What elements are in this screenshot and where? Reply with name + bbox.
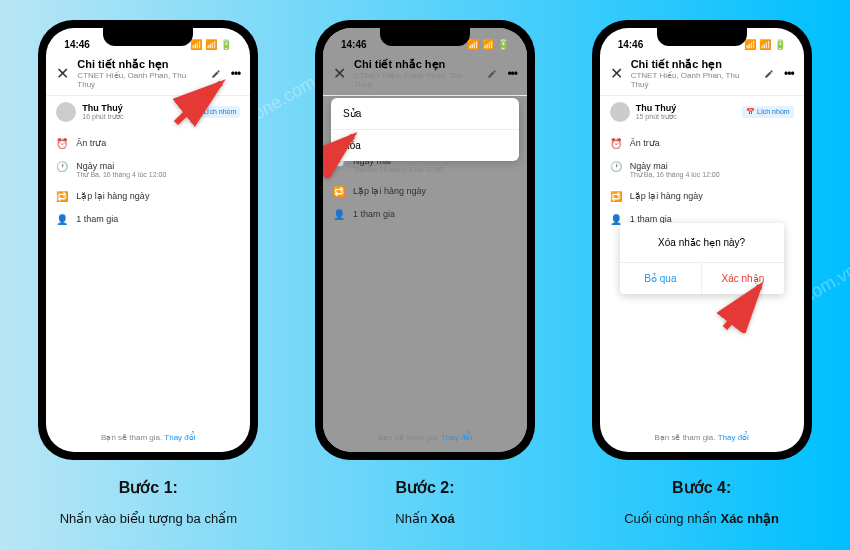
signal-icon: 📶 (190, 39, 202, 50)
header-text: Chi tiết nhắc hẹn CTNET Hiếu, Oanh Phan,… (354, 58, 479, 89)
avatar (610, 102, 630, 122)
clock-icon: ⏰ (610, 138, 622, 149)
calendar-icon: 📅 (746, 108, 755, 116)
header-subtitle: CTNET Hiếu, Oanh Phan, Thu Thuý (354, 71, 479, 89)
event-participants-row: 👤1 tham gia (333, 203, 517, 226)
step-description: Nhấn vào biểu tượng ba chấm (60, 511, 237, 526)
footer: Bạn sẽ tham gia. Thay đổi (600, 423, 804, 452)
status-icons: 📶 📶 🔋 (190, 39, 232, 50)
step-label: Bước 4: (672, 478, 731, 497)
calendar-badge[interactable]: 📅Lịch nhóm (189, 106, 241, 118)
event-title-row: ⏰ Ăn trưa (56, 132, 240, 155)
tutorial-container: 14:46 📶 📶 🔋 ✕ Chi tiết nhắc hẹn CTNET Hi… (0, 0, 850, 526)
repeat-text: Lặp lại hàng ngày (76, 191, 149, 201)
event-date-row: 🕐 Ngày mai Thứ Ba, 16 tháng 4 lúc 12:00 (56, 155, 240, 185)
header-actions: ••• (487, 65, 517, 83)
author-time: 16 phút trước (82, 113, 182, 121)
event-repeat-row: 🔁 Lặp lại hàng ngày (56, 185, 240, 208)
header-actions: ••• (211, 65, 241, 83)
step-3-column: 14:46 📶📶🔋 ✕ Chi tiết nhắc hẹnCTNET Hiếu,… (572, 20, 832, 526)
phone-frame: 14:46 📶📶🔋 ✕ Chi tiết nhắc hẹnCTNET Hiếu,… (592, 20, 812, 460)
edit-icon[interactable] (487, 65, 497, 83)
status-icons: 📶📶🔋 (744, 39, 786, 50)
signal-icon: 📶 (467, 39, 479, 50)
confirm-dialog: Xóa nhắc hẹn này? Bỏ qua Xác nhận (620, 223, 784, 294)
phone-frame: 14:46 📶📶🔋 ✕ Chi tiết nhắc hẹn CTNET Hiếu… (315, 20, 535, 460)
phone-notch (380, 28, 470, 46)
battery-icon: 🔋 (220, 39, 232, 50)
battery-icon: 🔋 (497, 39, 509, 50)
repeat-icon: 🔁 (333, 186, 345, 197)
step-1-column: 14:46 📶 📶 🔋 ✕ Chi tiết nhắc hẹn CTNET Hi… (18, 20, 278, 526)
step-description: Cuối cùng nhấn Xác nhận (624, 511, 779, 526)
phone-screen: 14:46 📶 📶 🔋 ✕ Chi tiết nhắc hẹn CTNET Hi… (46, 28, 250, 452)
author-row: Thu Thuý 16 phút trước 📅Lịch nhóm (46, 96, 250, 128)
step-label: Bước 1: (119, 478, 178, 497)
battery-icon: 🔋 (774, 39, 786, 50)
page-title: Chi tiết nhắc hẹn (354, 58, 479, 71)
cancel-button[interactable]: Bỏ qua (620, 263, 703, 294)
header: ✕ Chi tiết nhắc hẹnCTNET Hiếu, Oanh Phan… (600, 52, 804, 96)
calendar-badge[interactable]: 📅Lịch nhóm (742, 106, 794, 118)
menu-edit[interactable]: Sửa (331, 98, 519, 130)
phone-frame: 14:46 📶 📶 🔋 ✕ Chi tiết nhắc hẹn CTNET Hi… (38, 20, 258, 460)
phone-screen: 14:46 📶📶🔋 ✕ Chi tiết nhắc hẹn CTNET Hiếu… (323, 28, 527, 452)
header: ✕ Chi tiết nhắc hẹn CTNET Hiếu, Oanh Pha… (323, 52, 527, 96)
more-icon[interactable]: ••• (231, 67, 241, 81)
header: ✕ Chi tiết nhắc hẹn CTNET Hiếu, Oanh Pha… (46, 52, 250, 96)
phone-notch (657, 28, 747, 46)
status-time: 14:46 (618, 39, 644, 50)
header-text: Chi tiết nhắc hẹn CTNET Hiếu, Oanh Phan,… (77, 58, 202, 89)
context-menu: Sửa Xóa (331, 98, 519, 161)
footer: Bạn sẽ tham gia. Thay đổi (46, 423, 250, 452)
edit-icon[interactable] (211, 65, 221, 83)
footer: Bạn sẽ tham gia. Thay đổi (323, 423, 527, 452)
clock-icon: ⏰ (56, 138, 68, 149)
person-icon: 👤 (333, 209, 345, 220)
avatar (56, 102, 76, 122)
close-icon[interactable]: ✕ (56, 64, 69, 83)
more-icon[interactable]: ••• (507, 67, 517, 81)
author-name: Thu Thuý (82, 103, 182, 113)
event-participants-row: 👤 1 tham gia (56, 208, 240, 231)
more-icon[interactable]: ••• (784, 67, 794, 81)
author-info: Thu Thuý 16 phút trước (82, 103, 182, 121)
change-link[interactable]: Thay đổi (441, 433, 472, 442)
event-date: Ngày mai Thứ Ba, 16 tháng 4 lúc 12:00 (76, 161, 240, 179)
event-title: Ăn trưa (76, 138, 106, 148)
person-icon: 👤 (56, 214, 68, 225)
calendar-icon: 🕐 (56, 161, 68, 172)
signal-icon: 📶 (744, 39, 756, 50)
repeat-icon: 🔁 (56, 191, 68, 202)
wifi-icon: 📶 (759, 39, 771, 50)
confirm-button[interactable]: Xác nhận (702, 263, 784, 294)
header-subtitle: CTNET Hiếu, Oanh Phan, Thu Thuý (77, 71, 202, 89)
status-time: 14:46 (341, 39, 367, 50)
calendar-icon: 🕐 (610, 161, 622, 172)
event-repeat-row: 🔁Lặp lại hàng ngày (333, 180, 517, 203)
status-time: 14:46 (64, 39, 90, 50)
step-description: Nhấn Xoá (395, 511, 454, 526)
event-details: ⏰ Ăn trưa 🕐 Ngày mai Thứ Ba, 16 tháng 4 … (46, 128, 250, 423)
event-details: 🕐 Ngày maiThứ Ba, 16 tháng 4 lúc 12:00 🔁… (323, 146, 527, 423)
calendar-icon: 📅 (193, 108, 202, 116)
change-link[interactable]: Thay đổi (718, 433, 749, 442)
edit-icon[interactable] (764, 65, 774, 83)
close-icon[interactable]: ✕ (610, 64, 623, 83)
step-label: Bước 2: (395, 478, 454, 497)
close-icon[interactable]: ✕ (333, 64, 346, 83)
menu-delete[interactable]: Xóa (331, 130, 519, 161)
dialog-title: Xóa nhắc hẹn này? (620, 223, 784, 262)
phone-notch (103, 28, 193, 46)
wifi-icon: 📶 (205, 39, 217, 50)
dialog-buttons: Bỏ qua Xác nhận (620, 262, 784, 294)
wifi-icon: 📶 (482, 39, 494, 50)
repeat-icon: 🔁 (610, 191, 622, 202)
status-icons: 📶📶🔋 (467, 39, 509, 50)
change-link[interactable]: Thay đổi (164, 433, 195, 442)
participants-text: 1 tham gia (76, 214, 118, 224)
step-2-column: 14:46 📶📶🔋 ✕ Chi tiết nhắc hẹn CTNET Hiếu… (295, 20, 555, 526)
phone-screen: 14:46 📶📶🔋 ✕ Chi tiết nhắc hẹnCTNET Hiếu,… (600, 28, 804, 452)
page-title: Chi tiết nhắc hẹn (77, 58, 202, 71)
author-row: Thu Thuý15 phút trước 📅Lịch nhóm (600, 96, 804, 128)
